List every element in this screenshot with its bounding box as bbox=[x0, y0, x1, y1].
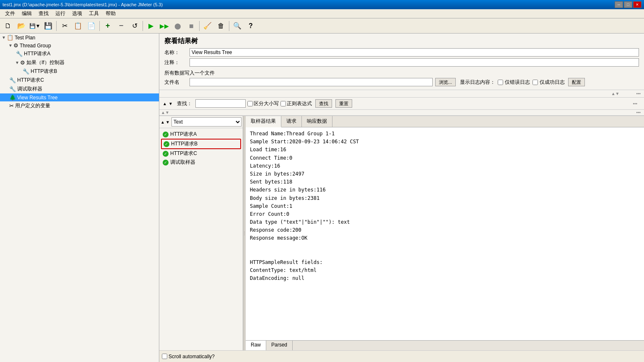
menu-item-编辑[interactable]: 编辑 bbox=[18, 9, 35, 18]
tree-item-label: View Results Tree bbox=[17, 95, 58, 101]
sample-item-1[interactable]: ✓HTTP请求B bbox=[161, 139, 241, 149]
clear-all-button[interactable]: 🗑 bbox=[215, 20, 227, 32]
maximize-button[interactable]: □ bbox=[624, 1, 632, 8]
tree-item-if-controller[interactable]: ▼⚙如果（If）控制器 bbox=[0, 58, 159, 67]
close-button[interactable]: ✕ bbox=[633, 1, 641, 8]
result-tab-1[interactable]: 请求 bbox=[281, 116, 302, 127]
tree-item-icon: ⚙ bbox=[13, 42, 18, 49]
result-line: Sample Start:2020-09-23 14:06:42 CST bbox=[250, 138, 640, 146]
view-tab-0[interactable]: Raw bbox=[246, 341, 266, 350]
result-line: Data type ("text"|"bin"|""): text bbox=[250, 218, 640, 226]
regex-label[interactable]: 正则表达式 bbox=[280, 100, 312, 107]
case-sensitive-checkbox[interactable] bbox=[247, 101, 253, 106]
tree-item-thread-group[interactable]: ▼⚙Thread Group bbox=[0, 41, 159, 49]
format-select[interactable]: TextHTMLJSONXMLRegExp TesterCSS/JQuery T… bbox=[171, 117, 242, 127]
save-template-button[interactable]: 💾▼ bbox=[29, 20, 41, 32]
menu-item-运行[interactable]: 运行 bbox=[52, 9, 69, 18]
undo-button[interactable]: ↺ bbox=[128, 20, 141, 32]
open-button[interactable]: 📂 bbox=[15, 20, 28, 32]
minimize-button[interactable]: ─ bbox=[615, 1, 623, 8]
tree-item-view-results[interactable]: 🌲View Results Tree bbox=[0, 93, 159, 101]
down-arrow2: ▼ bbox=[166, 120, 170, 124]
menu-item-查找[interactable]: 查找 bbox=[35, 9, 52, 18]
result-line: Response code:200 bbox=[250, 226, 640, 234]
name-label: 名称： bbox=[164, 49, 190, 56]
sep1 bbox=[56, 21, 57, 31]
result-line: Response message:OK bbox=[250, 234, 640, 242]
remove-button[interactable]: − bbox=[115, 20, 127, 32]
tree-item-sampler[interactable]: 🔧调试取样器 bbox=[0, 85, 159, 93]
result-line: Sample Count:1 bbox=[250, 202, 640, 210]
copy-button[interactable]: 📋 bbox=[72, 20, 84, 32]
results-footer: Scroll automatically? bbox=[159, 350, 644, 362]
regex-checkbox[interactable] bbox=[280, 101, 286, 106]
sample-item-0[interactable]: ✓HTTP请求A bbox=[161, 130, 241, 139]
start-button[interactable]: ▶ bbox=[145, 20, 157, 32]
new-button[interactable]: 🗋 bbox=[2, 20, 14, 32]
tree-item-test-plan[interactable]: ▼📋Test Plan bbox=[0, 34, 159, 41]
search-toolbar-button[interactable]: 🔍 bbox=[231, 20, 244, 32]
tree-item-label: Test Plan bbox=[15, 35, 35, 41]
sep2 bbox=[99, 21, 100, 31]
browse-button[interactable]: 浏览... bbox=[435, 78, 456, 86]
result-content: Thread Name:Thread Group 1-1Sample Start… bbox=[246, 127, 644, 340]
help-button[interactable]: ? bbox=[244, 20, 257, 32]
stop-button[interactable]: ⬤ bbox=[171, 20, 184, 32]
comment-input[interactable] bbox=[190, 58, 639, 67]
case-sensitive-label[interactable]: 区分大小写 bbox=[247, 100, 279, 107]
result-tab-0[interactable]: 取样器结果 bbox=[246, 116, 281, 127]
view-tab-1[interactable]: Parsed bbox=[266, 341, 293, 350]
tree-panel: ▼📋Test Plan▼⚙Thread Group 🔧HTTP请求A▼⚙如果（I… bbox=[0, 34, 159, 362]
right-results: 取样器结果请求响应数据 Thread Name:Thread Group 1-1… bbox=[246, 116, 644, 350]
shutdown-button[interactable]: ⏹ bbox=[185, 20, 197, 32]
comment-row: 注释： bbox=[164, 58, 639, 67]
tree-item-label: Thread Group bbox=[20, 43, 51, 49]
result-line: Error Count:0 bbox=[250, 210, 640, 218]
title-bar: test1.jmx (D:\apache-jmeter-5.3\bin\temp… bbox=[0, 0, 644, 9]
find-button[interactable]: 查找 bbox=[315, 99, 332, 108]
tree-item-http-a[interactable]: 🔧HTTP请求A bbox=[0, 49, 159, 58]
error-log-checkbox[interactable] bbox=[498, 80, 503, 85]
tree-arrow-icon: ▼ bbox=[8, 43, 13, 48]
scroll-auto-label[interactable]: Scroll automatically? bbox=[162, 354, 215, 359]
success-log-checkbox[interactable] bbox=[532, 80, 538, 85]
tree-item-http-b[interactable]: 🔧HTTP请求B bbox=[0, 67, 159, 76]
reset-button[interactable]: 重置 bbox=[335, 99, 352, 108]
component-title: 察看结果树 bbox=[164, 37, 639, 46]
sample-status-icon: ✓ bbox=[163, 151, 169, 157]
tree-item-user-vars[interactable]: ✂用户定义的变量 bbox=[0, 101, 159, 110]
sample-item-3[interactable]: ✓调试取样器 bbox=[161, 158, 241, 167]
window-title: test1.jmx (D:\apache-jmeter-5.3\bin\temp… bbox=[3, 2, 163, 7]
result-line: Headers size in bytes:116 bbox=[250, 186, 640, 194]
search-input[interactable] bbox=[195, 99, 246, 108]
cut-button[interactable]: ✂ bbox=[58, 20, 71, 32]
menu-item-帮助[interactable]: 帮助 bbox=[102, 9, 119, 18]
start-no-pause-button[interactable]: ▶▶ bbox=[158, 20, 171, 32]
file-input[interactable] bbox=[190, 78, 433, 86]
tree-arrow-icon: ▼ bbox=[2, 35, 6, 40]
comment-label: 注释： bbox=[164, 59, 190, 66]
sample-item-2[interactable]: ✓HTTP请求C bbox=[161, 149, 241, 158]
result-line bbox=[250, 243, 640, 251]
result-line: Sent bytes:118 bbox=[250, 178, 640, 186]
scroll-auto-checkbox[interactable] bbox=[162, 354, 167, 359]
result-line: HTTPSampleResult fields: bbox=[250, 259, 640, 266]
result-tab-2[interactable]: 响应数据 bbox=[302, 116, 332, 127]
menu-item-文件[interactable]: 文件 bbox=[2, 9, 18, 18]
sep3 bbox=[143, 21, 143, 31]
result-line bbox=[250, 251, 640, 259]
paste-button[interactable]: 📄 bbox=[85, 20, 98, 32]
tree-item-http-c[interactable]: 🔧HTTP请求C bbox=[0, 76, 159, 85]
success-log-checkbox-label[interactable]: 仅成功日志 bbox=[532, 79, 565, 86]
result-line: Size in bytes:2497 bbox=[250, 170, 640, 178]
clear-button[interactable]: 🧹 bbox=[201, 20, 214, 32]
menu-item-工具[interactable]: 工具 bbox=[86, 9, 102, 18]
save-button[interactable]: 💾 bbox=[42, 20, 55, 32]
config-button[interactable]: 配置 bbox=[568, 78, 585, 86]
log-content-label: 显示日志内容： bbox=[460, 79, 495, 86]
menu-item-选项[interactable]: 选项 bbox=[69, 9, 86, 18]
error-log-checkbox-label[interactable]: 仅错误日志 bbox=[498, 79, 530, 86]
name-input[interactable] bbox=[190, 48, 639, 57]
separator2: ▲▼••• bbox=[159, 110, 644, 116]
add-button[interactable]: + bbox=[101, 20, 114, 32]
